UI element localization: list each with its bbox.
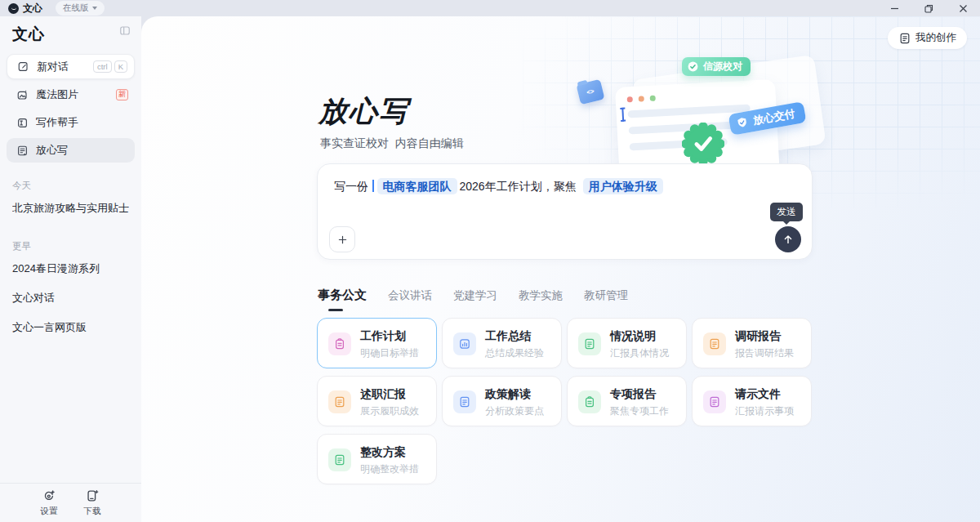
- doc-icon: [578, 332, 601, 355]
- settings-button[interactable]: 设置: [41, 489, 58, 522]
- menu-label: 魔法图片: [36, 87, 78, 102]
- attach-button[interactable]: [329, 226, 355, 252]
- arrow-up-icon: [782, 233, 795, 246]
- card-调研报告[interactable]: 调研报告 报告调研结果: [692, 318, 812, 368]
- footer-label: 设置: [41, 506, 58, 517]
- caret-down-icon: [92, 7, 97, 10]
- card-整改方案[interactable]: 整改方案 明确整改举措: [317, 434, 437, 484]
- tab-事务公文[interactable]: 事务公文: [318, 288, 367, 311]
- card-desc: 汇报具体情况: [610, 346, 669, 360]
- send-button[interactable]: [775, 226, 801, 252]
- category-tabs: 事务公文会议讲话党建学习教学实施教研管理: [318, 288, 628, 311]
- version-dropdown[interactable]: 在线版: [56, 1, 105, 16]
- app-window: 文心 在线版 文心 新对话 ctrlK 魔法: [0, 0, 980, 522]
- app-logo-icon: [8, 3, 19, 14]
- menu-label: 放心写: [36, 143, 68, 158]
- prompt-chip[interactable]: 电商客服团队: [377, 178, 457, 194]
- history-section-label: 今天: [12, 180, 129, 192]
- doc-icon: [703, 390, 726, 413]
- doc-icon: [328, 448, 351, 471]
- tab-会议讲话[interactable]: 会议讲话: [388, 288, 432, 311]
- card-工作计划[interactable]: 工作计划 明确目标举措: [317, 318, 437, 368]
- tab-党建学习[interactable]: 党建学习: [453, 288, 497, 311]
- history-item[interactable]: 北京旅游攻略与实用贴士: [12, 194, 129, 223]
- card-title: 工作总结: [485, 329, 531, 344]
- card-专项报告[interactable]: 专项报告 聚焦专项工作: [567, 376, 687, 426]
- card-title: 专项报告: [610, 387, 656, 402]
- card-政策解读[interactable]: 政策解读 分析政策要点: [442, 376, 562, 426]
- main-panel: <> 信源校对 放心交付 我的创作 放心写 事实查证校对 内容自由编辑: [141, 16, 980, 522]
- clipboard-icon: [328, 332, 351, 355]
- tab-教学实施[interactable]: 教学实施: [519, 288, 563, 311]
- card-desc: 明确目标举措: [360, 346, 419, 360]
- clipboard-icon: [578, 390, 601, 413]
- restore-button[interactable]: [911, 0, 946, 16]
- doc-icon: [703, 332, 726, 355]
- send-tooltip: 发送: [770, 203, 803, 221]
- download-button[interactable]: 下载: [84, 489, 101, 522]
- text-cursor: [372, 180, 374, 192]
- version-label: 在线版: [63, 2, 89, 14]
- menu-extra: ctrlK: [93, 60, 127, 73]
- card-desc: 展示履职成效: [360, 404, 419, 418]
- sidebar-menu: 新对话 ctrlK 魔法图片 新 写作帮手 放心写: [0, 51, 141, 163]
- card-述职汇报[interactable]: 述职汇报 展示履职成效: [317, 376, 437, 426]
- card-desc: 分析政策要点: [485, 404, 544, 418]
- titlebar: 文心 在线版: [0, 0, 980, 16]
- my-creations-label: 我的创作: [915, 31, 956, 45]
- sidebar-item-new-chat[interactable]: 新对话 ctrlK: [7, 54, 135, 79]
- card-desc: 汇报请示事项: [735, 404, 794, 418]
- footer-label: 下载: [84, 506, 101, 517]
- doc-icon: [328, 390, 351, 413]
- card-情况说明[interactable]: 情况说明 汇报具体情况: [567, 318, 687, 368]
- collapse-sidebar-icon[interactable]: [118, 25, 131, 40]
- menu-label: 写作帮手: [36, 115, 78, 130]
- card-title: 政策解读: [485, 387, 531, 402]
- history-item[interactable]: 2024春日漫游系列: [12, 254, 129, 283]
- history-item[interactable]: 文心一言网页版: [12, 313, 129, 342]
- sidebar-footer: 设置 下载: [0, 483, 141, 522]
- history-section: 今天 北京旅游攻略与实用贴士: [12, 180, 129, 223]
- my-creations-button[interactable]: 我的创作: [888, 27, 967, 49]
- prompt-chip[interactable]: 用户体验升级: [583, 178, 663, 194]
- new-chat-icon: [17, 60, 29, 73]
- sidebar-item-magic-image[interactable]: 魔法图片 新: [7, 83, 135, 107]
- template-cards-grid: 工作计划 明确目标举措 工作总结 总结成果经验 情况说明 汇报具体情况 调研报告…: [317, 318, 813, 484]
- fangxinxie-icon: [16, 145, 29, 157]
- doc-ai-icon: [898, 32, 911, 45]
- page-subtitle: 事实查证校对 内容自由编辑: [320, 136, 464, 151]
- card-desc: 明确整改举措: [360, 462, 419, 476]
- plus-icon: [336, 234, 349, 246]
- gear-icon: [42, 489, 56, 505]
- sidebar-item-fangxinxie[interactable]: 放心写: [7, 138, 135, 163]
- writing-helper-icon: [16, 117, 29, 129]
- composer-input[interactable]: 写一份电商客服团队2026年工作计划，聚焦用户体验升级 发送: [317, 163, 813, 260]
- sidebar-history: 今天 北京旅游攻略与实用贴士 更早 2024春日漫游系列文心对话文心一言网页版: [0, 180, 141, 342]
- history-section-label: 更早: [12, 240, 129, 252]
- download-icon: [85, 489, 100, 505]
- shortcut-key: K: [114, 60, 127, 73]
- tab-教研管理[interactable]: 教研管理: [584, 288, 628, 311]
- history-section: 更早 2024春日漫游系列文心对话文心一言网页版: [12, 240, 129, 342]
- composer-text: 写一份电商客服团队2026年工作计划，聚焦用户体验升级: [318, 164, 812, 196]
- minimize-button[interactable]: [877, 0, 911, 16]
- menu-label: 新对话: [37, 60, 69, 74]
- chart-icon: [453, 332, 476, 355]
- menu-extra: 新: [116, 89, 128, 100]
- card-desc: 报告调研结果: [735, 346, 794, 360]
- close-button[interactable]: [946, 0, 980, 16]
- sidebar: 文心 新对话 ctrlK 魔法图片 新 写作帮手 放心写 今天 北京旅游攻略与实…: [0, 16, 141, 522]
- sidebar-logo: 文心: [12, 24, 45, 45]
- card-desc: 总结成果经验: [485, 346, 544, 360]
- card-title: 请示文件: [735, 387, 781, 402]
- card-title: 情况说明: [610, 329, 656, 344]
- page-title: 放心写: [318, 92, 409, 131]
- card-工作总结[interactable]: 工作总结 总结成果经验: [442, 318, 562, 368]
- app-title: 文心: [23, 2, 42, 16]
- card-title: 工作计划: [360, 329, 406, 344]
- card-title: 调研报告: [735, 329, 781, 344]
- doc-icon: [453, 390, 476, 413]
- history-item[interactable]: 文心对话: [12, 283, 129, 313]
- card-请示文件[interactable]: 请示文件 汇报请示事项: [692, 376, 812, 426]
- sidebar-item-writing-helper[interactable]: 写作帮手: [7, 110, 135, 135]
